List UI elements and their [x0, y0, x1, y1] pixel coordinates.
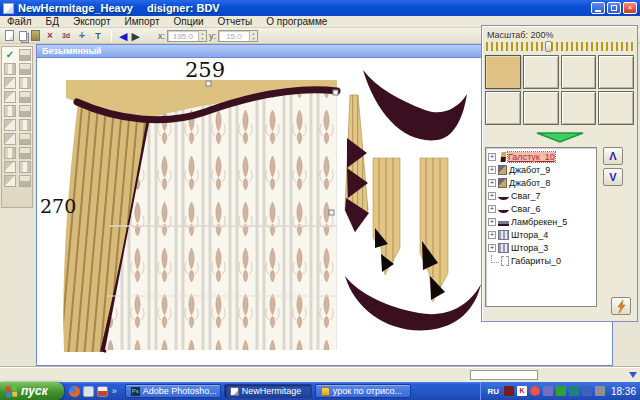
tool-icon[interactable] [4, 77, 16, 89]
language-indicator[interactable]: RU [485, 386, 501, 397]
tool-icon[interactable] [19, 77, 31, 89]
tool-icon[interactable] [19, 91, 31, 103]
move-layer-up-button[interactable]: Λ [603, 147, 623, 165]
y-spinner[interactable]: ▴▾ [249, 31, 257, 41]
tool-icon[interactable] [19, 119, 31, 131]
expand-icon[interactable]: + [488, 192, 496, 200]
tool-icon[interactable] [4, 133, 16, 145]
fabric-swatch-empty[interactable] [598, 91, 634, 125]
start-button[interactable]: пуск [0, 382, 64, 400]
menu-item-reports[interactable]: Отчеты [211, 16, 260, 27]
tool-icon[interactable] [19, 175, 31, 187]
tool-icon[interactable] [4, 63, 16, 75]
layer-row-jabot[interactable]: + Джабот_8 [488, 176, 596, 189]
paste-icon[interactable] [31, 30, 40, 41]
tool-icon[interactable] [4, 119, 16, 131]
fabric-swatch-empty[interactable] [561, 55, 597, 89]
tool-icon[interactable] [19, 49, 31, 61]
windows-logo-icon [5, 385, 17, 397]
x-coordinate-field[interactable]: 195.0▴▾ [167, 30, 207, 42]
layer-row-curtain[interactable]: + Штора_3 [488, 241, 596, 254]
lambrequin-icon [498, 221, 509, 226]
tool-icon[interactable] [19, 147, 31, 159]
move-icon[interactable]: + [76, 30, 88, 42]
forward-arrow-icon[interactable]: ▶ [131, 29, 139, 43]
task-button-folder[interactable]: урок по отрисо... [315, 384, 411, 398]
minimize-button[interactable] [591, 2, 605, 14]
tray-network-icon[interactable] [569, 386, 579, 396]
tool-icon[interactable] [19, 105, 31, 117]
piece-swag-top [363, 70, 467, 140]
layer-row-tie[interactable]: + Галстук_10 [488, 150, 596, 163]
menu-item-db[interactable]: БД [39, 16, 66, 27]
fabric-swatch-empty[interactable] [523, 91, 559, 125]
apply-check-icon[interactable]: ✓ [4, 49, 16, 61]
layer-row-swag[interactable]: + Сваг_6 [488, 202, 596, 215]
fabric-swatch-selected[interactable] [485, 55, 521, 89]
tray-app-icon[interactable] [543, 386, 553, 396]
copy-icon[interactable] [19, 31, 27, 41]
y-coordinate-field[interactable]: 15.0▴▾ [218, 30, 258, 42]
mail-icon[interactable] [97, 386, 108, 397]
apply-fabric-arrow-icon[interactable] [536, 132, 584, 143]
expand-icon[interactable]: + [488, 179, 496, 187]
expand-icon[interactable]: + [488, 218, 496, 226]
expand-icon[interactable]: + [488, 205, 496, 213]
tool-icon[interactable] [4, 161, 16, 173]
tool-icon[interactable] [4, 105, 16, 117]
close-button[interactable]: × [623, 2, 637, 14]
menu-item-file[interactable]: Файл [0, 16, 39, 27]
delete-icon[interactable]: × [44, 30, 56, 42]
x-spinner[interactable]: ▴▾ [198, 31, 206, 41]
layer-row-bounds[interactable]: Габариты_0 [488, 254, 596, 267]
tray-k-icon[interactable]: K [517, 386, 527, 396]
fabric-swatch-empty[interactable] [561, 91, 597, 125]
tool-icon[interactable] [19, 63, 31, 75]
back-arrow-icon[interactable]: ◀ [119, 29, 127, 43]
expand-icon[interactable]: + [488, 244, 496, 252]
show-desktop-icon[interactable] [83, 386, 94, 397]
toolbar-separator [111, 30, 112, 42]
layer-row-swag[interactable]: + Сваг_7 [488, 189, 596, 202]
tray-antivirus-icon[interactable] [556, 386, 566, 396]
restore-button[interactable] [607, 2, 621, 14]
tool-icon[interactable] [4, 91, 16, 103]
fabric-swatch-empty[interactable] [523, 55, 559, 89]
layer-row-lambrequin[interactable]: + Ламбрекен_5 [488, 215, 596, 228]
tray-status-icon[interactable] [530, 386, 540, 396]
tool-icon[interactable] [4, 147, 16, 159]
tray-monitor-icon[interactable] [504, 386, 514, 396]
zoom-slider-thumb[interactable] [545, 41, 552, 52]
menu-item-import[interactable]: Импорт [118, 16, 167, 27]
quick-launch-more-icon[interactable]: » [112, 386, 117, 396]
tool-icon[interactable] [19, 133, 31, 145]
zoom-slider[interactable] [486, 42, 633, 51]
layer-row-jabot[interactable]: + Джабот_9 [488, 163, 596, 176]
move-layer-down-button[interactable]: V [603, 168, 623, 186]
rotate-3d-icon[interactable]: 3d [60, 30, 72, 42]
menu-item-about[interactable]: О программе [259, 16, 334, 27]
layer-row-curtain[interactable]: + Штора_4 [488, 228, 596, 241]
menu-item-export[interactable]: Экспорт [66, 16, 118, 27]
tray-display-icon[interactable] [595, 386, 605, 396]
transform-icon[interactable]: T [92, 30, 104, 42]
expand-icon[interactable]: + [488, 166, 496, 174]
fabric-swatch-empty[interactable] [598, 55, 634, 89]
browser-icon[interactable] [69, 386, 80, 397]
fabric-swatch-empty[interactable] [485, 91, 521, 125]
task-button-photoshop[interactable]: Ps Adobe Photosho... [125, 384, 221, 398]
tray-volume-icon[interactable] [582, 386, 592, 396]
render-button[interactable] [611, 297, 631, 315]
scroll-down-icon[interactable] [629, 372, 637, 382]
layers-tree[interactable]: + Галстук_10 + Джабот_9 + Джабот_8 [485, 147, 597, 307]
tool-icon[interactable] [19, 161, 31, 173]
properties-panel: Масштаб: 200% + [481, 25, 638, 322]
tool-icon[interactable] [4, 175, 16, 187]
new-document-icon[interactable] [5, 30, 14, 41]
expand-icon[interactable]: + [488, 231, 496, 239]
task-button-newhermitage[interactable]: NewHermitage [224, 384, 312, 398]
expand-icon[interactable]: + [488, 153, 496, 161]
swag-icon [498, 193, 509, 200]
menu-item-options[interactable]: Опции [166, 16, 210, 27]
piece-jabot-left [373, 158, 400, 275]
